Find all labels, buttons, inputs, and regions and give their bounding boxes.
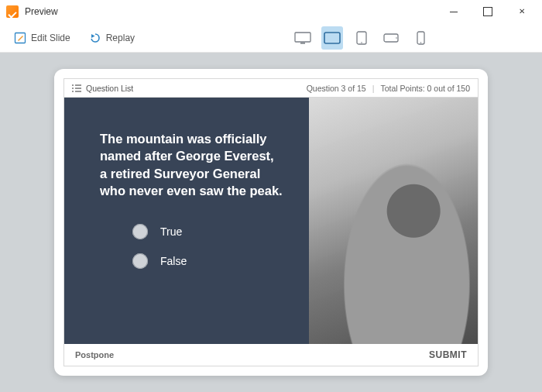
replay-button[interactable]: Replay (81, 26, 142, 50)
svg-point-5 (361, 42, 362, 43)
toolbar: Edit Slide Replay (0, 23, 542, 53)
image-placeholder (309, 98, 478, 344)
slide-header: Question List Question 3 of 15 | Total P… (64, 79, 478, 98)
question-panel: The mountain was officially named after … (64, 98, 309, 344)
edit-slide-button[interactable]: Edit Slide (6, 26, 78, 50)
slide-frame: Question List Question 3 of 15 | Total P… (54, 69, 488, 376)
svg-rect-1 (295, 33, 310, 42)
answer-list: True False (100, 224, 297, 269)
svg-point-7 (396, 37, 397, 39)
question-image (309, 98, 478, 344)
maximize-button[interactable] (471, 0, 505, 23)
points-display: Total Points: 0 out of 150 (380, 84, 470, 93)
svg-rect-2 (300, 43, 305, 44)
window-title: Preview (25, 6, 437, 17)
answer-option-true[interactable]: True (132, 224, 297, 239)
question-text: The mountain was officially named after … (100, 130, 297, 199)
device-preview-group (292, 26, 431, 50)
answer-label: False (160, 255, 187, 267)
window-titlebar: Preview ✕ (0, 0, 542, 23)
submit-button[interactable]: SUBMIT (429, 349, 467, 360)
edit-slide-label: Edit Slide (31, 33, 70, 43)
close-button[interactable]: ✕ (505, 0, 539, 23)
postpone-button[interactable]: Postpone (75, 350, 114, 359)
minimize-button[interactable] (437, 0, 471, 23)
device-phone-landscape-button[interactable] (380, 26, 402, 50)
slide-body: The mountain was officially named after … (64, 98, 478, 344)
app-icon (6, 5, 19, 18)
svg-point-9 (420, 42, 421, 43)
pencil-icon (14, 32, 26, 44)
device-tablet-landscape-button[interactable] (321, 26, 343, 50)
svg-rect-3 (324, 33, 340, 43)
radio-icon (132, 224, 148, 239)
slide: Question List Question 3 of 15 | Total P… (63, 78, 479, 366)
list-icon (72, 84, 81, 92)
device-tablet-portrait-button[interactable] (351, 26, 372, 50)
slide-footer: Postpone SUBMIT (64, 344, 478, 366)
preview-stage: Question List Question 3 of 15 | Total P… (0, 53, 542, 392)
radio-icon (132, 253, 148, 269)
device-phone-portrait-button[interactable] (410, 26, 431, 50)
question-counter: Question 3 of 15 (307, 84, 366, 93)
replay-label: Replay (106, 33, 135, 43)
answer-option-false[interactable]: False (132, 253, 297, 269)
answer-label: True (160, 225, 182, 238)
replay-icon (89, 32, 101, 44)
device-desktop-button[interactable] (292, 26, 314, 50)
question-list-link[interactable]: Question List (86, 84, 307, 93)
